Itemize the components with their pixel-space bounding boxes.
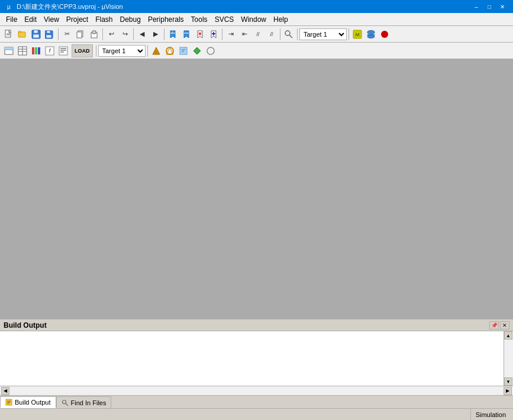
svg-rect-12 <box>77 32 82 38</box>
svg-rect-51 <box>180 47 187 54</box>
panel-title-bar: Build Output 📌 ✕ <box>0 319 513 331</box>
svg-rect-44 <box>59 47 67 55</box>
menu-debug[interactable]: Debug <box>117 14 144 25</box>
svg-point-25 <box>285 31 290 35</box>
tab-find-in-files[interactable]: Find In Files <box>56 396 112 408</box>
rebuild-btn[interactable] <box>163 44 176 57</box>
menu-svcs[interactable]: SVCS <box>211 14 238 25</box>
bookmark-clear-button[interactable] <box>193 28 207 41</box>
back-button[interactable]: ◀ <box>135 28 149 41</box>
menu-view[interactable]: View <box>40 14 63 25</box>
panel-controls: 📌 ✕ <box>489 321 509 329</box>
open-file-button[interactable] <box>16 28 29 41</box>
database-button[interactable] <box>364 28 378 41</box>
project-window-button[interactable] <box>2 44 15 57</box>
circle-btn[interactable] <box>204 44 217 57</box>
svg-rect-10 <box>46 35 51 38</box>
load-label: LOAD <box>75 48 90 54</box>
separator-2 <box>102 28 103 40</box>
separator-7 <box>297 28 298 40</box>
find-in-files-tab-icon <box>62 399 69 406</box>
window-controls: – □ ✕ <box>470 2 508 11</box>
svg-rect-39 <box>32 47 34 54</box>
svg-rect-6 <box>34 30 38 33</box>
svg-point-30 <box>367 35 375 38</box>
tab-build-output[interactable]: Build Output <box>0 396 56 408</box>
separator-3 <box>133 28 134 40</box>
redo-button[interactable]: ↪ <box>118 28 131 41</box>
svg-text:M: M <box>356 32 360 37</box>
cut-button[interactable]: ✂ <box>60 28 73 41</box>
panel-scrollbar-y[interactable]: ▲ ▼ <box>504 331 513 386</box>
scroll-track-y[interactable] <box>504 340 513 377</box>
books-button[interactable] <box>30 44 43 57</box>
svg-rect-40 <box>35 47 37 54</box>
template-button[interactable] <box>57 44 70 57</box>
uncomment-button[interactable]: // <box>265 28 278 41</box>
forward-button[interactable]: ▶ <box>149 28 162 41</box>
red-dot-button[interactable] <box>378 28 391 41</box>
svg-marker-48 <box>153 47 160 54</box>
minimize-button[interactable]: – <box>470 2 482 11</box>
menu-window[interactable]: Window <box>237 14 270 25</box>
scroll-left-button[interactable]: ◀ <box>1 387 9 395</box>
undo-button[interactable]: ↩ <box>105 28 118 41</box>
menu-file[interactable]: File <box>2 14 21 25</box>
build-output-panel: Build Output 📌 ✕ ▲ ▼ ◀ ▶ <box>0 318 513 395</box>
panel-content[interactable] <box>0 331 504 386</box>
indent-button[interactable]: ⇥ <box>224 28 237 41</box>
paste-button[interactable] <box>88 28 101 41</box>
separator-4 <box>164 28 164 40</box>
svg-rect-34 <box>5 47 13 50</box>
bookmark-next-button[interactable] <box>180 28 193 41</box>
svg-rect-4 <box>18 31 21 33</box>
unindent-button[interactable]: ⇤ <box>238 28 251 41</box>
translate-btn[interactable] <box>177 44 190 57</box>
menu-tools[interactable]: Tools <box>188 14 211 25</box>
title-text: D:\新建文件夹\CPP3.uvproj - µVision <box>17 2 123 11</box>
svg-point-60 <box>62 400 66 403</box>
svg-point-31 <box>381 31 388 38</box>
close-button[interactable]: ✕ <box>496 2 508 11</box>
bookmark-prev-button[interactable] <box>166 28 179 41</box>
tab-bar: Build Output Find In Files <box>0 395 513 408</box>
save-all-button[interactable] <box>43 28 56 41</box>
bookmark-set-button[interactable] <box>207 28 220 41</box>
menu-project[interactable]: Project <box>63 14 92 25</box>
comment-button[interactable]: // <box>251 28 264 41</box>
menu-flash[interactable]: Flash <box>92 14 116 25</box>
status-simulation-label: Simulation <box>476 411 506 418</box>
svg-marker-17 <box>184 31 189 38</box>
scroll-down-button[interactable]: ▼ <box>504 377 512 386</box>
svg-marker-54 <box>193 47 201 54</box>
menu-bar: File Edit View Project Flash Debug Perip… <box>0 13 513 26</box>
panel-title: Build Output <box>4 321 47 329</box>
copy-button[interactable] <box>74 28 87 41</box>
svg-rect-14 <box>92 31 96 34</box>
maximize-button[interactable]: □ <box>483 2 495 11</box>
target-combo-2[interactable]: Target 1 <box>98 45 146 57</box>
menu-peripherals[interactable]: Peripherals <box>144 14 188 25</box>
find-button[interactable] <box>282 28 295 41</box>
build-output-tab-icon <box>5 399 12 406</box>
panel-close-button[interactable]: ✕ <box>500 321 509 329</box>
svg-point-49 <box>166 47 173 54</box>
target-selector[interactable]: Target 1 <box>299 28 347 40</box>
scroll-up-button[interactable]: ▲ <box>504 331 512 340</box>
save-button[interactable] <box>30 28 43 41</box>
menu-edit[interactable]: Edit <box>21 14 40 25</box>
separator-6 <box>280 28 280 40</box>
new-file-button[interactable] <box>2 28 15 41</box>
diamond-btn[interactable] <box>191 44 204 57</box>
func-button[interactable]: f <box>43 44 56 57</box>
panel-pin-button[interactable]: 📌 <box>489 321 499 329</box>
device-button[interactable]: M <box>351 28 364 41</box>
tab-build-output-label: Build Output <box>15 399 51 406</box>
svg-point-55 <box>207 47 214 54</box>
separator-5 <box>222 28 222 40</box>
regs-window-button[interactable] <box>16 44 29 57</box>
svg-rect-41 <box>38 47 40 54</box>
menu-help[interactable]: Help <box>270 14 292 25</box>
build-btn[interactable] <box>150 44 163 57</box>
scroll-right-button[interactable]: ▶ <box>504 387 512 395</box>
